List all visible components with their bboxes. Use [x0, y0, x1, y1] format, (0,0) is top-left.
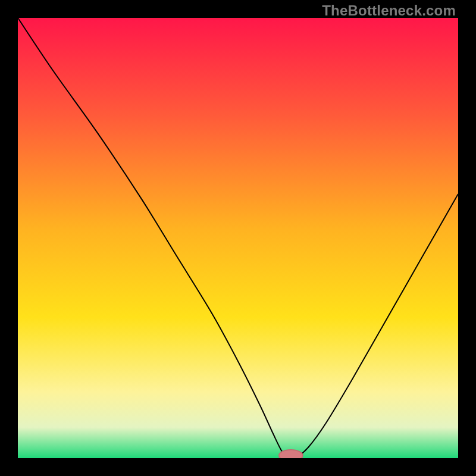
plot-area [18, 18, 458, 458]
watermark-label: TheBottleneck.com [322, 2, 456, 19]
bottleneck-curve [18, 18, 458, 458]
chart-frame: TheBottleneck.com [0, 0, 476, 476]
optimal-point-marker [279, 450, 303, 458]
